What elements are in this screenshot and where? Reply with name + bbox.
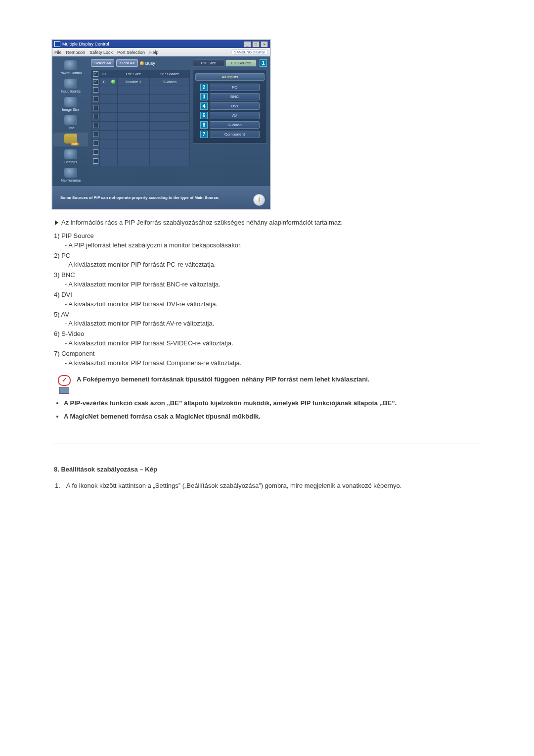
item-6-sub: - A kiválasztott monitor PIP forrását S-… (65, 339, 482, 348)
table-row[interactable] (91, 95, 190, 104)
row-checkbox[interactable] (93, 141, 98, 146)
table-row[interactable] (91, 104, 190, 113)
item-1-sub: - A PIP jelforrást lehet szabályozni a m… (65, 241, 482, 250)
section-8-number: 1. (55, 481, 60, 491)
table-row[interactable] (91, 122, 190, 131)
row-checkbox[interactable] (93, 149, 98, 155)
busy-label: Busy (145, 61, 155, 66)
table-row[interactable] (91, 148, 190, 157)
row-checkbox[interactable] (93, 79, 98, 85)
app-window: Multiple Display Control _ □ × File Remo… (52, 40, 270, 209)
clear-all-button[interactable]: Clear All (116, 59, 138, 67)
lead-text: Az információs rács a PIP Jelforrás szab… (61, 218, 343, 228)
table-row[interactable] (91, 86, 190, 95)
busy-dot-icon (140, 61, 144, 65)
sidebar-item-image-size[interactable]: Image Size (53, 96, 88, 112)
source-svideo-button[interactable]: S-Video (210, 121, 260, 129)
row-checkbox[interactable] (93, 158, 98, 164)
display-grid: ID PIP Size PIP Source 0 Double 1 S-Vide… (91, 70, 190, 166)
col-pip-size: PIP Size (118, 70, 150, 78)
sidebar-item-label: Time (67, 126, 74, 130)
callout-6: 6 (200, 121, 208, 129)
arrow-right-icon (55, 220, 58, 225)
cell-id: 0 (100, 78, 109, 86)
source-pc-button[interactable]: PC (210, 84, 260, 91)
callout-1: 1 (260, 59, 267, 67)
row-checkbox[interactable] (93, 105, 98, 110)
item-6-title: 6) S-Video (54, 330, 84, 337)
app-logo-icon (54, 41, 60, 47)
tab-pip-source[interactable]: PIP Source (225, 59, 257, 67)
pip-icon (64, 134, 77, 143)
col-id: ID (100, 70, 109, 78)
item-1-title: 1) PIP Source (54, 232, 94, 239)
sidebar-item-time[interactable]: Time (53, 114, 88, 131)
menu-safety-lock[interactable]: Safety Lock (89, 50, 113, 55)
callout-4: 4 (200, 102, 208, 110)
monitor-icon (59, 387, 69, 394)
note-icon: ✓ (57, 375, 72, 394)
busy-indicator: Busy (140, 61, 155, 66)
bullet-2: A MagicNet bemeneti forrása csak a Magic… (64, 413, 261, 420)
footer-warning-text: Some Sources of PIP can not operate prop… (60, 195, 219, 200)
item-2-sub: - A kiválasztott monitor PIP forrását PC… (65, 260, 482, 270)
section-8-title: 8. Beállítások szabályozása – Kép (54, 465, 482, 474)
select-all-button[interactable]: Select All (91, 59, 114, 67)
input-icon (64, 79, 77, 89)
sidebar-item-label: Input Source (61, 90, 81, 93)
pip-source-panel: All Inputs 2PC 3BNC 4DVI 5AV 6S-Video 7C… (193, 70, 267, 143)
item-7-sub: - A kiválasztott monitor PIP forrását Co… (65, 359, 482, 368)
source-av-button[interactable]: AV (210, 112, 260, 119)
cell-pip-source: S-Video (149, 78, 189, 86)
row-checkbox[interactable] (93, 114, 98, 119)
table-row[interactable] (91, 131, 190, 140)
sidebar-item-pip[interactable]: PIP (53, 133, 88, 146)
section-8-body: A fo ikonok között kattintson a „Setting… (66, 481, 402, 491)
brand-label: SAMSUNG DIGITall (231, 49, 268, 55)
callout-7: 7 (200, 131, 208, 138)
source-bnc-button[interactable]: BNC (210, 93, 260, 100)
menu-remocon[interactable]: Remocon (66, 50, 86, 55)
menu-port-selection[interactable]: Port Selection (117, 50, 145, 55)
minimize-button[interactable]: _ (244, 41, 251, 47)
section-divider (52, 443, 482, 443)
source-dvi-button[interactable]: DVI (210, 102, 260, 110)
table-row[interactable] (91, 113, 190, 122)
table-row[interactable] (91, 157, 190, 166)
row-checkbox[interactable] (93, 96, 98, 101)
time-icon (64, 115, 77, 125)
item-2-title: 2) PC (54, 252, 70, 259)
sidebar: Power Control Input Source Image Size Ti… (52, 56, 89, 186)
maximize-button[interactable]: □ (252, 41, 260, 47)
sidebar-item-maintenance[interactable]: Maintenance (53, 167, 88, 183)
sidebar-item-settings[interactable]: Settings (53, 148, 88, 165)
bullet-1: A PIP-vezérlés funkció csak azon „BE” ál… (64, 399, 397, 407)
row-checkbox[interactable] (93, 123, 98, 128)
item-5-sub: - A kiválasztott monitor PIP forrását AV… (65, 319, 482, 329)
status-led-icon (111, 80, 115, 84)
menubar: File Remocon Safety Lock Port Selection … (52, 48, 270, 56)
callout-3: 3 (200, 93, 208, 100)
window-title: Multiple Display Control (62, 42, 109, 47)
source-component-button[interactable]: Component (210, 131, 260, 138)
col-status (109, 70, 118, 78)
item-4-title: 4) DVI (54, 291, 72, 298)
maintenance-icon (64, 168, 77, 178)
sidebar-item-label: Power Control (60, 71, 82, 75)
sidebar-item-power[interactable]: Power Control (53, 59, 88, 76)
callout-2: 2 (200, 84, 208, 91)
table-row[interactable] (91, 140, 190, 148)
note-text: A Foképernyo bemeneti forrásának típusát… (77, 375, 369, 394)
row-checkbox[interactable] (93, 87, 98, 93)
header-checkbox[interactable] (93, 71, 98, 77)
sidebar-item-input[interactable]: Input Source (53, 78, 88, 94)
menu-file[interactable]: File (54, 50, 62, 55)
tab-pip-size[interactable]: PIP Size (193, 59, 224, 67)
close-button[interactable]: × (261, 41, 268, 47)
col-pip-source: PIP Source (149, 70, 189, 78)
col-check[interactable] (91, 70, 100, 78)
footer-warning: Some Sources of PIP can not operate prop… (52, 186, 270, 209)
table-row[interactable]: 0 Double 1 S-Video (91, 78, 190, 86)
menu-help[interactable]: Help (149, 50, 159, 55)
row-checkbox[interactable] (93, 132, 98, 137)
